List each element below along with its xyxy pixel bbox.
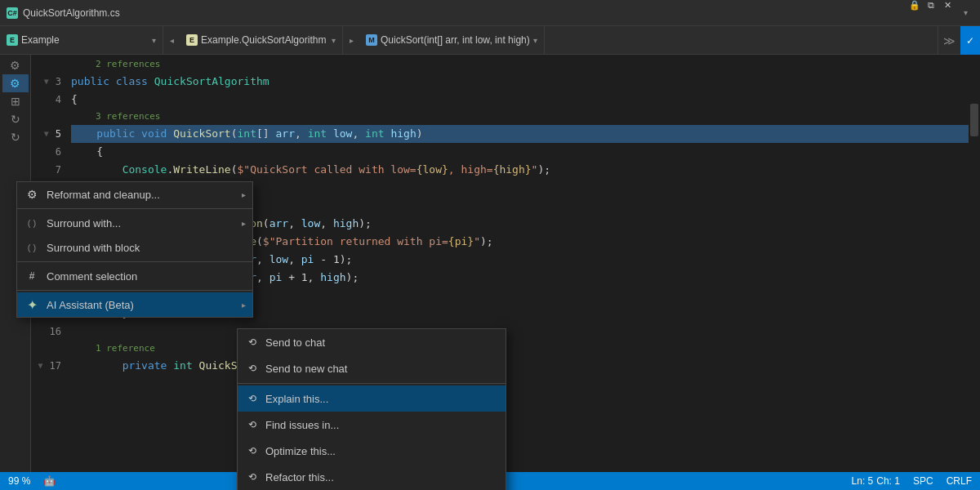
- status-encoding[interactable]: SPC: [913, 475, 933, 487]
- separator-2: [17, 261, 252, 262]
- submenu-optimize-label: Optimize this...: [265, 445, 336, 457]
- close-button[interactable]: ✕: [941, 0, 954, 11]
- tab-method[interactable]: M QuickSort(int[] arr, int low, int high…: [359, 26, 545, 54]
- status-crlf-value: CRLF: [947, 475, 972, 487]
- context-menu: ⚙ Reformat and cleanup... ▸ ( ) Surround…: [16, 181, 253, 318]
- pin-button[interactable]: 🔒: [908, 0, 921, 11]
- tab-method-icon: M: [366, 34, 377, 46]
- submenu-item-explain[interactable]: ⟲ Explain this...: [238, 385, 506, 412]
- status-line-ending[interactable]: CRLF: [947, 475, 972, 487]
- gutter-icon-surround[interactable]: ⊞: [2, 92, 29, 110]
- ai-status-icon: 🤖: [43, 475, 56, 487]
- submenu-item-send-chat[interactable]: ⟲ Send to chat: [238, 329, 506, 355]
- submenu-item-find-issues[interactable]: ⟲ Find issues in...: [238, 412, 506, 438]
- code-line-4: {: [71, 91, 980, 109]
- submenu-separator: [238, 383, 506, 384]
- menu-item-ai-assistant[interactable]: ✦ AI Assistant (Beta) ▸: [17, 292, 252, 317]
- title-filename: QuickSortAlgorithm.cs: [23, 7, 903, 19]
- submenu-send-new-chat-label: Send to new chat: [265, 363, 347, 375]
- surround-with-icon: ( ): [24, 215, 40, 231]
- split-button[interactable]: ⧉: [924, 0, 938, 11]
- status-position[interactable]: Ln: 5 Ch: 1: [852, 475, 900, 487]
- separator-3: [17, 290, 252, 291]
- ref-label-3: 3 references: [71, 109, 980, 125]
- code-line-6: {: [71, 143, 980, 161]
- submenu-refactor-label: Refactor this...: [265, 471, 334, 483]
- tab-bar: E Example ▾ ◂ E Example.QuickSortAlgorit…: [0, 26, 980, 55]
- line-num-spacer2: [56, 109, 61, 125]
- tab-namespace-label: Example.QuickSortAlgorithm: [201, 34, 326, 46]
- tab-method-label: QuickSort(int[] arr, int low, int high): [381, 34, 530, 46]
- comment-icon: #: [24, 268, 40, 284]
- status-encoding-value: SPC: [913, 475, 933, 487]
- line-num-spacer: [56, 56, 61, 73]
- tab-ns-arrow: ▾: [332, 36, 336, 45]
- menu-item-comment-label: Comment selection: [47, 270, 137, 283]
- menu-item-surround-block[interactable]: ( ) Surround with block: [17, 235, 252, 260]
- status-zoom-value: 99 %: [8, 475, 30, 487]
- tab-method-arrow: ▾: [533, 36, 537, 45]
- collapse-3[interactable]: ▼: [44, 73, 52, 91]
- menu-item-ai-label: AI Assistant (Beta): [47, 299, 134, 311]
- optimize-icon: ⟲: [246, 444, 259, 457]
- tab-cs-icon: E: [7, 34, 18, 46]
- menu-item-surround-with[interactable]: ( ) Surround with... ▸: [17, 211, 252, 235]
- tab-nav-right[interactable]: ▸: [343, 26, 359, 55]
- line-num-17: ▼ 17: [38, 357, 61, 375]
- menu-item-surround-block-label: Surround with block: [47, 242, 140, 254]
- submenu-item-send-new-chat[interactable]: ⟲ Send to new chat: [238, 355, 506, 381]
- file-type-icon: C#: [7, 7, 18, 19]
- nav-down-arrow[interactable]: ▾: [957, 0, 973, 27]
- collapse-17[interactable]: ▼: [38, 357, 47, 375]
- menu-item-reformat-label: Reformat and cleanup...: [47, 189, 160, 201]
- gutter-icon-refresh1[interactable]: ↻: [2, 110, 29, 128]
- code-line-17: private int QuickSort(int[] arr, int low…: [71, 357, 980, 375]
- tab-ns-icon: E: [186, 34, 198, 46]
- gutter-icon-format[interactable]: ⚙: [2, 56, 29, 74]
- status-ai-icon[interactable]: 🤖: [43, 475, 56, 487]
- status-ch: Ch: 1: [876, 475, 900, 487]
- reformat-icon: ⚙: [24, 186, 40, 203]
- editor-container: ⚙ ⚙ ⊞ ↻ ↻ ▼ 3 4 ▼ 5 6 7 8 9 10 11 12 13 …: [0, 55, 980, 472]
- expand-button[interactable]: ≫: [938, 26, 960, 55]
- ai-submenu: ⟲ Send to chat ⟲ Send to new chat ⟲ Expl…: [237, 328, 506, 490]
- code-line-16: [71, 323, 980, 341]
- menu-item-reformat[interactable]: ⚙ Reformat and cleanup... ▸: [17, 182, 252, 207]
- code-line-5: public void QuickSort(int[] arr, int low…: [71, 125, 980, 143]
- line-num-4: 4: [56, 91, 61, 109]
- submenu-item-refactor[interactable]: ⟲ Refactor this...: [238, 464, 506, 490]
- line-num-5: ▼ 5: [44, 125, 61, 143]
- explain-icon: ⟲: [246, 392, 259, 405]
- ref-label-1: 1 reference: [71, 341, 980, 357]
- menu-item-ai-arrow: ▸: [242, 301, 246, 310]
- status-zoom[interactable]: 99 %: [8, 475, 30, 487]
- tab-nav-left[interactable]: ◂: [163, 26, 180, 55]
- status-right-group: Ln: 5 Ch: 1 SPC CRLF: [852, 475, 972, 487]
- line-num-7: 7: [56, 161, 61, 179]
- tab-example-label: Example: [21, 34, 60, 46]
- refactor-icon: ⟲: [246, 470, 259, 483]
- tab-namespace[interactable]: E Example.QuickSortAlgorithm ▾: [180, 26, 343, 54]
- menu-item-surround-arrow: ▸: [242, 219, 246, 228]
- scrollbar-thumb[interactable]: [970, 104, 978, 136]
- submenu-send-chat-label: Send to chat: [265, 336, 325, 349]
- submenu-item-optimize[interactable]: ⟲ Optimize this...: [238, 438, 506, 464]
- line-num-spacer3: [56, 341, 61, 357]
- tab-example-arrow: ▾: [152, 36, 156, 45]
- gutter-icon-selected[interactable]: ⚙: [2, 74, 29, 92]
- vertical-scrollbar[interactable]: [969, 55, 980, 472]
- submenu-explain-label: Explain this...: [265, 393, 328, 405]
- line-num-3: ▼ 3: [44, 73, 61, 91]
- status-ln: Ln: 5: [852, 475, 874, 487]
- find-issues-icon: ⟲: [246, 418, 259, 431]
- collapse-5[interactable]: ▼: [44, 125, 52, 143]
- gutter-icon-refresh2[interactable]: ↻: [2, 128, 29, 146]
- menu-item-comment[interactable]: # Comment selection: [17, 264, 252, 288]
- line-num-16: 16: [50, 323, 61, 341]
- tab-example[interactable]: E Example ▾: [0, 26, 163, 54]
- separator-1: [17, 208, 252, 209]
- title-bar: C# QuickSortAlgorithm.cs 🔒 ⧉ ✕ ▾: [0, 0, 980, 26]
- submenu-find-issues-label: Find issues in...: [265, 419, 339, 431]
- menu-item-reformat-arrow: ▸: [242, 190, 246, 199]
- title-bar-controls: 🔒 ⧉ ✕ ▾: [908, 0, 973, 27]
